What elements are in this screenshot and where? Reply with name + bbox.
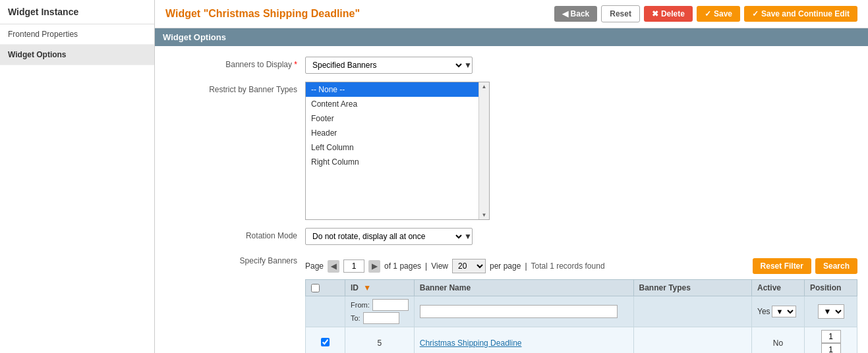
specify-banners-label: Specify Banners bbox=[165, 253, 297, 265]
row-id-cell: 5 bbox=[345, 327, 415, 354]
reset-button[interactable]: Reset bbox=[601, 5, 640, 22]
list-item[interactable]: Left Column bbox=[306, 140, 478, 155]
section-header: Widget Options bbox=[155, 28, 868, 46]
pagination-right-buttons: Reset Filter Search bbox=[753, 258, 857, 274]
rotation-mode-control: Do not rotate, display all at once ▼ bbox=[305, 228, 857, 245]
filter-active-cell: Yes ▼ bbox=[752, 296, 805, 327]
row-banner-types-cell bbox=[633, 327, 752, 354]
select-arrow-icon: ▼ bbox=[464, 61, 472, 70]
sidebar-item-widget-options[interactable]: Widget Options bbox=[0, 45, 154, 65]
sidebar-item-frontend-properties[interactable]: Frontend Properties bbox=[0, 24, 154, 45]
table-row: 5 Christmas Shipping Deadline bbox=[306, 327, 857, 354]
widget-options-section: Widget Options Banners to Display * Spec… bbox=[155, 28, 868, 353]
listbox-scrollbar[interactable]: ▲ ▼ bbox=[478, 82, 489, 219]
header-bar: Widget "Christmas Shipping Deadline" ◀ B… bbox=[155, 0, 868, 28]
table-header-banner-types[interactable]: Banner Types bbox=[633, 280, 752, 296]
per-page-text: per page bbox=[490, 261, 521, 271]
rotation-mode-label: Rotation Mode bbox=[165, 228, 297, 240]
banners-table: ID ▼ Banner Name Banner Types bbox=[305, 279, 857, 353]
save-continue-icon: ✓ bbox=[752, 9, 759, 18]
banners-to-display-label: Banners to Display * bbox=[165, 57, 297, 69]
filter-banner-name-input[interactable] bbox=[420, 305, 618, 318]
list-item[interactable]: Header bbox=[306, 126, 478, 140]
row-checkbox[interactable] bbox=[321, 338, 330, 346]
list-item[interactable]: Content Area bbox=[306, 97, 478, 111]
section-body: Banners to Display * Specified Banners ▼ bbox=[155, 46, 868, 353]
view-select[interactable]: 20 50 100 bbox=[452, 259, 486, 273]
filter-id-to-input[interactable] bbox=[363, 312, 399, 324]
view-label: View bbox=[431, 261, 448, 271]
restrict-banner-types-control: -- None -- Content Area Footer Header Le… bbox=[305, 82, 857, 220]
banners-to-display-control: Specified Banners ▼ bbox=[305, 57, 857, 74]
page-prev-button[interactable]: ◀ bbox=[328, 260, 339, 273]
restrict-banner-types-row: Restrict by Banner Types -- None -- Cont… bbox=[165, 82, 857, 220]
list-item[interactable]: Right Column bbox=[306, 155, 478, 169]
save-continue-button[interactable]: ✓ Save and Continue Edit bbox=[744, 6, 857, 22]
row-position-input[interactable] bbox=[821, 330, 841, 343]
sidebar: Widget Instance Frontend Properties Widg… bbox=[0, 0, 155, 353]
specify-banners-row: Specify Banners Page ◀ ▶ of 1 pages | Vi… bbox=[165, 253, 857, 353]
specify-banners-control: Page ◀ ▶ of 1 pages | View 20 50 100 bbox=[305, 258, 857, 353]
save-icon: ✓ bbox=[705, 9, 711, 18]
filter-from-label: From: bbox=[351, 299, 409, 311]
filter-banner-types-cell bbox=[633, 296, 752, 327]
header-buttons: ◀ Back Reset ✖ Delete ✓ Save ✓ Save and … bbox=[554, 5, 857, 22]
page-title: Widget "Christmas Shipping Deadline" bbox=[165, 8, 360, 20]
row-banner-name-cell: Christmas Shipping Deadline bbox=[414, 327, 633, 354]
back-icon: ◀ bbox=[562, 9, 568, 18]
select-all-checkbox[interactable] bbox=[311, 284, 320, 292]
active-filter-yes-label: Yes bbox=[757, 307, 770, 316]
page-input[interactable] bbox=[343, 259, 364, 273]
filter-to-label: To: bbox=[351, 312, 409, 324]
filter-checkbox-cell bbox=[306, 296, 345, 327]
save-button[interactable]: ✓ Save bbox=[697, 6, 740, 22]
row-active-cell: No bbox=[752, 327, 805, 354]
required-marker: * bbox=[294, 60, 297, 69]
rotation-mode-select-wrapper[interactable]: Do not rotate, display all at once ▼ bbox=[305, 228, 473, 245]
of-pages-text: of 1 pages bbox=[384, 261, 421, 271]
banners-to-display-select[interactable]: Specified Banners bbox=[306, 57, 464, 73]
rotation-mode-select[interactable]: Do not rotate, display all at once bbox=[306, 229, 464, 244]
list-item[interactable]: Footer bbox=[306, 111, 478, 126]
banners-to-display-select-wrapper[interactable]: Specified Banners ▼ bbox=[305, 57, 473, 74]
filter-active-select[interactable]: ▼ bbox=[772, 306, 796, 317]
sidebar-title: Widget Instance bbox=[0, 0, 154, 24]
row-position-cell bbox=[805, 327, 857, 354]
filter-position-cell: ▼ bbox=[805, 296, 857, 327]
pagination-bar: Page ◀ ▶ of 1 pages | View 20 50 100 bbox=[305, 258, 857, 274]
table-header-position[interactable]: Position bbox=[805, 280, 857, 296]
filter-position-select[interactable]: ▼ bbox=[818, 304, 844, 319]
search-button[interactable]: Search bbox=[815, 258, 857, 274]
table-filter-row: From: To: bbox=[306, 296, 857, 327]
reset-filter-button[interactable]: Reset Filter bbox=[753, 258, 811, 274]
delete-icon: ✖ bbox=[652, 9, 658, 18]
row-checkbox-cell bbox=[306, 327, 345, 354]
banner-name-link[interactable]: Christmas Shipping Deadline bbox=[420, 339, 522, 348]
banner-types-listbox[interactable]: -- None -- Content Area Footer Header Le… bbox=[306, 82, 478, 219]
back-button[interactable]: ◀ Back bbox=[554, 6, 598, 22]
filter-banner-name-cell bbox=[414, 296, 633, 327]
banners-to-display-row: Banners to Display * Specified Banners ▼ bbox=[165, 57, 857, 74]
row-position-input-2[interactable] bbox=[821, 343, 841, 353]
table-header-active[interactable]: Active bbox=[752, 280, 805, 296]
table-header-banner-name[interactable]: Banner Name bbox=[414, 280, 633, 296]
rotation-select-arrow-icon: ▼ bbox=[464, 232, 472, 241]
filter-id-from-input[interactable] bbox=[372, 299, 409, 311]
table-header-checkbox bbox=[306, 280, 345, 296]
banner-types-listbox-container: -- None -- Content Area Footer Header Le… bbox=[305, 82, 490, 220]
table-header-id[interactable]: ID ▼ bbox=[345, 280, 415, 296]
list-item[interactable]: -- None -- bbox=[306, 82, 478, 97]
scroll-down-icon[interactable]: ▼ bbox=[482, 212, 487, 218]
main-content: Widget "Christmas Shipping Deadline" ◀ B… bbox=[155, 0, 868, 353]
page-label: Page bbox=[305, 261, 324, 271]
sort-icon: ▼ bbox=[363, 283, 371, 292]
restrict-banner-types-label: Restrict by Banner Types bbox=[165, 82, 297, 94]
scroll-up-icon[interactable]: ▲ bbox=[482, 84, 487, 90]
filter-id-cell: From: To: bbox=[345, 296, 415, 327]
total-records-text: Total 1 records found bbox=[531, 261, 605, 271]
rotation-mode-row: Rotation Mode Do not rotate, display all… bbox=[165, 228, 857, 245]
delete-button[interactable]: ✖ Delete bbox=[644, 6, 693, 22]
page-next-button[interactable]: ▶ bbox=[368, 260, 380, 273]
